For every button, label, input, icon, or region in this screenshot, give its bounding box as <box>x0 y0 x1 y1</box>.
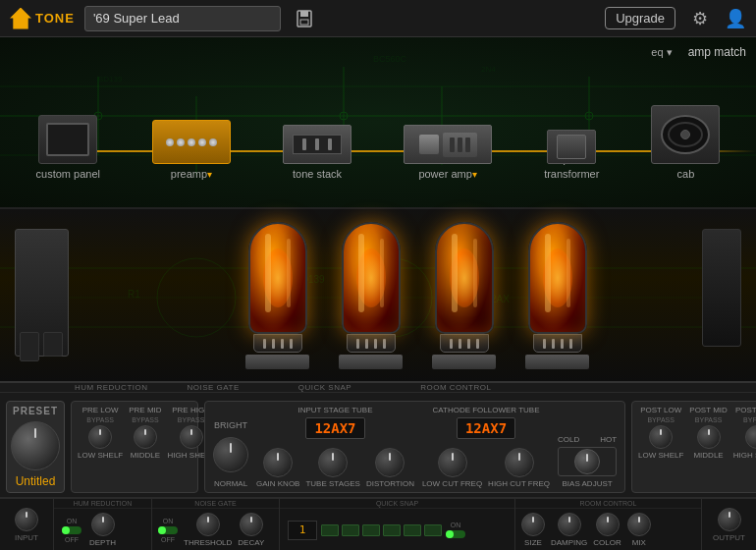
quick-snap-btn-1[interactable] <box>321 524 339 536</box>
pre-low-knob[interactable] <box>88 425 112 449</box>
bias-section: COLD HOT BIAS ADJUST <box>558 435 617 488</box>
amp-controls-panel: BRIGHT NORMAL INPUT STAGE TUBE 12AX7 GAI… <box>204 401 625 493</box>
tube-4-stand <box>525 355 589 368</box>
threshold-knob[interactable] <box>196 513 220 536</box>
chain-item-power-amp[interactable]: power amp▾ <box>404 125 492 180</box>
svg-text:R1: R1 <box>128 289 140 300</box>
damping-knob[interactable] <box>558 513 581 536</box>
quick-snap-btn-5[interactable] <box>404 524 421 536</box>
bottom-left-components <box>20 332 63 361</box>
room-label-bar: ROOM CONTROL <box>420 383 491 392</box>
cathode-tube-type[interactable]: 12AX7 <box>457 417 515 439</box>
pre-mid-knob[interactable] <box>134 425 157 449</box>
noise-title: NOISE GATE <box>152 499 279 509</box>
quick-snap-controls: 1 ON <box>280 509 514 550</box>
post-high-knob[interactable] <box>745 425 756 449</box>
gain-knob[interactable] <box>263 448 293 477</box>
low-cut-group: LOW CUT FREQ <box>422 448 482 488</box>
output-knob[interactable] <box>718 508 741 531</box>
quick-snap-btn-2[interactable] <box>342 524 359 536</box>
noise-switch[interactable] <box>158 526 178 534</box>
eq-label[interactable]: eq ▾ <box>651 46 672 59</box>
input-knob[interactable] <box>15 508 38 531</box>
quick-snap-btn-3[interactable] <box>362 524 380 536</box>
noise-gate-section: NOISE GATE ON OFF THRESHOLD DECAY <box>152 499 280 550</box>
snap-onoff: ON <box>446 522 465 538</box>
preamp-component[interactable] <box>152 120 231 164</box>
home-icon[interactable] <box>10 8 31 29</box>
pre-low-bypass: BYPASS <box>86 416 114 423</box>
custom-panel-component[interactable] <box>38 115 97 164</box>
quick-snap-btn-4[interactable] <box>383 524 401 536</box>
low-cut-label: LOW CUT FREQ <box>422 479 482 488</box>
high-cut-label: HIGH CUT FREQ <box>488 479 550 488</box>
preset-knob[interactable] <box>11 421 60 470</box>
tube-3 <box>427 222 501 369</box>
post-mid-group: POST MID BYPASS MIDDLE <box>689 406 728 460</box>
snap-switch[interactable] <box>446 530 465 538</box>
preset-name-bar[interactable]: '69 Super Lead <box>84 6 281 31</box>
size-group: SIZE <box>521 513 545 547</box>
color-group: COLOR <box>593 513 621 547</box>
cab-component[interactable] <box>651 105 720 164</box>
tube-stages-knob[interactable] <box>318 448 348 477</box>
quick-snap-btn-6[interactable] <box>424 524 442 536</box>
logo[interactable]: TONE <box>10 8 75 29</box>
damping-label: DAMPING <box>551 538 587 547</box>
bright-knob[interactable] <box>213 437 248 472</box>
right-component <box>702 229 741 347</box>
bias-knob[interactable] <box>574 449 600 474</box>
pre-eq-panel: PRE LOW BYPASS LOW SHELF PRE MID BYPASS … <box>71 401 198 493</box>
output-section: OUTPUT <box>702 499 756 550</box>
hum-onoff: ON OFF <box>62 518 81 543</box>
pre-mid-bypass: BYPASS <box>132 416 159 423</box>
chain-item-custom-panel[interactable]: custom panel <box>36 115 100 180</box>
transformer-label: transformer <box>544 168 599 180</box>
hum-label-bar: HUM REDUCTION <box>75 383 148 392</box>
tube-4-base <box>533 334 582 353</box>
distortion-knob[interactable] <box>375 448 405 477</box>
pre-mid-group: PRE MID BYPASS MIDDLE <box>129 406 161 460</box>
normal-label: NORMAL <box>214 479 247 488</box>
pre-high-knob[interactable] <box>180 425 203 449</box>
size-knob[interactable] <box>521 513 545 536</box>
tone-stack-component[interactable] <box>283 125 351 164</box>
mix-label: MIX <box>632 538 646 547</box>
power-amp-component[interactable] <box>404 125 492 164</box>
output-label: OUTPUT <box>713 533 745 542</box>
bright-section: BRIGHT NORMAL <box>213 420 248 488</box>
top-bar: TONE '69 Super Lead Upgrade ⚙ 👤 <box>0 0 756 37</box>
depth-knob[interactable] <box>91 513 115 536</box>
decay-knob[interactable] <box>240 513 263 536</box>
amp-match-label[interactable]: amp match <box>688 45 746 59</box>
low-cut-knob[interactable] <box>438 448 467 477</box>
post-mid-label: POST MID <box>689 406 728 414</box>
tube-3-base <box>440 334 489 353</box>
upgrade-button[interactable]: Upgrade <box>605 7 675 29</box>
user-icon[interactable]: 👤 <box>725 8 746 29</box>
mix-knob[interactable] <box>627 513 651 536</box>
high-cut-group: HIGH CUT FREQ <box>488 448 550 488</box>
gain-knob-group: GAIN KNOB <box>256 448 299 488</box>
post-mid-knob[interactable] <box>697 425 721 449</box>
color-knob[interactable] <box>596 513 620 536</box>
settings-icon[interactable]: ⚙ <box>689 8 711 29</box>
svg-rect-2 <box>300 20 308 25</box>
chain-item-transformer[interactable]: transformer <box>544 130 599 180</box>
tube-4 <box>520 222 594 369</box>
decay-label: DECAY <box>238 538 264 547</box>
post-high-bypass: BYPASS <box>743 416 756 423</box>
hum-switch[interactable] <box>62 526 81 534</box>
preset-label: PRESET <box>13 406 58 416</box>
chain-item-tone-stack[interactable]: tone stack <box>283 125 351 180</box>
high-cut-knob[interactable] <box>505 448 534 477</box>
post-low-knob[interactable] <box>649 425 673 449</box>
chain-item-preamp[interactable]: preamp▾ <box>152 120 231 180</box>
chain-item-cab[interactable]: cab <box>651 105 720 180</box>
input-tube-type[interactable]: 12AX7 <box>305 417 364 439</box>
preset-panel[interactable]: PRESET Untitled <box>6 401 65 493</box>
noise-off-label: OFF <box>161 536 175 543</box>
bias-adjust-label: BIAS ADJUST <box>563 479 613 488</box>
save-button[interactable] <box>291 5 318 32</box>
transformer-component[interactable] <box>547 130 596 164</box>
